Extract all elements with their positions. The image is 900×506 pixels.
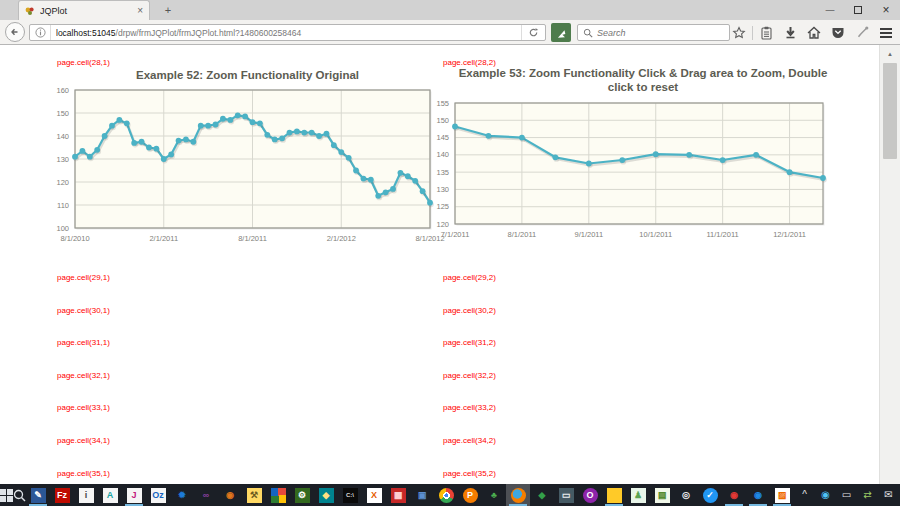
scroll-up-icon[interactable]: ▲ [880, 47, 900, 61]
app-filezilla[interactable]: Fz [50, 484, 74, 506]
svg-text:130: 130 [436, 185, 449, 194]
start-button[interactable] [0, 484, 13, 506]
tray-notification-icon[interactable]: ✉ [878, 484, 899, 506]
tray-display-icon[interactable]: ▭ [836, 484, 857, 506]
page-cell-link[interactable]: page.cell(33,2) [443, 403, 496, 412]
app-blue-star[interactable]: ✹ [170, 484, 194, 506]
app-blue-cube[interactable]: ▣ [410, 484, 434, 506]
app-photo[interactable]: ▨ [770, 484, 794, 506]
page-cell-link[interactable]: page.cell(34,1) [57, 436, 110, 445]
app-orange-dial[interactable]: ◉ [218, 484, 242, 506]
bookmarks-menu-button[interactable] [754, 22, 778, 43]
tray-expand-icon[interactable]: ^ [794, 484, 815, 506]
app-pc-tools[interactable]: ⚙ [290, 484, 314, 506]
app-teal-diamond[interactable]: ◆ [314, 484, 338, 506]
app-j[interactable]: J [122, 484, 146, 506]
app-cmd[interactable]: C:\ [338, 484, 362, 506]
page-cell-link[interactable]: page.cell(29,2) [443, 273, 496, 282]
extension-tool-button[interactable] [850, 22, 874, 43]
app-plant[interactable]: ♣ [482, 484, 506, 506]
app-users[interactable]: ♟ [626, 484, 650, 506]
app-i[interactable]: i [74, 484, 98, 506]
app-x[interactable]: X [362, 484, 386, 506]
maximize-button[interactable] [844, 0, 872, 20]
app-firefox[interactable] [506, 484, 530, 506]
svg-text:140: 140 [436, 150, 449, 159]
url-text[interactable]: localhost:51045/drpw/frmJQPlot/frmJQPlot… [56, 28, 521, 38]
minimize-button[interactable]: — [816, 0, 844, 20]
app-p-orange[interactable]: P [458, 484, 482, 506]
chart-example-53[interactable]: 1201251301351401451501557/1/20118/1/2011… [435, 85, 845, 250]
app-tools[interactable]: ⚒ [242, 484, 266, 506]
site-info-button[interactable] [34, 25, 51, 40]
app-shield[interactable]: ✓ [698, 484, 722, 506]
app-record-red[interactable]: ◉ [722, 484, 746, 506]
app-visual-studio[interactable]: ∞ [194, 484, 218, 506]
taskbar-search-button[interactable] [13, 484, 26, 506]
bookmark-star-button[interactable] [727, 22, 751, 43]
url-host: localhost:51045 [56, 28, 116, 38]
app-target[interactable]: ◎ [674, 484, 698, 506]
app-a[interactable]: A [98, 484, 122, 506]
pocket-button[interactable] [826, 22, 850, 43]
app-green-diamond[interactable]: ◆ [530, 484, 554, 506]
page-cell-link[interactable]: page.cell(32,2) [443, 371, 496, 380]
page-cell-link[interactable]: page.cell(35,2) [443, 469, 496, 478]
page-cell-link[interactable]: page.cell(35,1) [57, 469, 110, 478]
page-cell-link[interactable]: page.cell(30,2) [443, 306, 496, 315]
app-explorer-icon [607, 488, 622, 503]
page-cell-link[interactable]: page.cell(33,1) [57, 403, 110, 412]
browser-tab[interactable]: JQPlot × [18, 0, 150, 20]
close-button[interactable]: × [872, 0, 900, 20]
menu-button[interactable] [874, 22, 898, 43]
new-tab-button[interactable]: + [158, 3, 178, 19]
page-cell-link[interactable]: page.cell(30,1) [57, 306, 110, 315]
reload-icon [528, 27, 539, 38]
hamburger-menu-icon [879, 27, 893, 39]
scrollbar-thumb[interactable] [883, 63, 897, 159]
tab-close-icon[interactable]: × [137, 5, 143, 16]
page-cell-link[interactable]: page.cell(34,2) [443, 436, 496, 445]
app-record-blue[interactable]: ◉ [746, 484, 770, 506]
app-blue-star-icon: ✹ [175, 488, 190, 503]
app-chrome-icon [439, 488, 454, 503]
page-cell-link[interactable]: page.cell(31,2) [443, 338, 496, 347]
toolbar-icons [727, 22, 898, 43]
tray-app-icon[interactable]: ◉ [815, 484, 836, 506]
reload-button[interactable] [521, 25, 541, 40]
search-input[interactable] [597, 28, 707, 38]
downloads-button[interactable] [778, 22, 802, 43]
vertical-scrollbar[interactable]: ▲ [879, 45, 900, 484]
app-editor-blue[interactable]: ✎ [26, 484, 50, 506]
search-bar[interactable] [577, 24, 730, 41]
home-button[interactable] [802, 22, 826, 43]
app-target-icon: ◎ [679, 488, 694, 503]
app-record-blue-icon: ◉ [751, 488, 766, 503]
screenshot-extension-button[interactable] [551, 23, 571, 42]
app-chrome[interactable] [434, 484, 458, 506]
app-shield-icon: ✓ [703, 488, 718, 503]
url-bar[interactable]: localhost:51045/drpw/frmJQPlot/frmJQPlot… [29, 24, 546, 41]
page-cell-link[interactable]: page.cell(28,1) [57, 58, 110, 67]
svg-text:12/1/2011: 12/1/2011 [773, 230, 806, 239]
app-x-icon: X [367, 488, 382, 503]
app-red-register[interactable]: ▦ [386, 484, 410, 506]
tray-app-icon: ◉ [818, 488, 833, 503]
app-outlook[interactable]: Oz [146, 484, 170, 506]
page-cell-link[interactable]: page.cell(32,1) [57, 371, 110, 380]
page-cell-link[interactable]: page.cell(31,1) [57, 338, 110, 347]
tray-network-icon[interactable]: ⇄ [857, 484, 878, 506]
svg-text:160: 160 [56, 86, 69, 95]
app-o-purple[interactable]: O [578, 484, 602, 506]
app-notepad[interactable]: ▤ [650, 484, 674, 506]
search-icon [583, 28, 593, 38]
app-explorer[interactable] [602, 484, 626, 506]
back-button[interactable] [5, 22, 25, 42]
page-cell-link[interactable]: page.cell(29,1) [57, 273, 110, 282]
svg-text:150: 150 [56, 109, 69, 118]
app-window[interactable]: ▭ [554, 484, 578, 506]
chart-example-52[interactable]: 1001101201301401501608/1/20102/1/20118/1… [40, 85, 465, 250]
app-color-grid[interactable] [266, 484, 290, 506]
app-outlook-icon: Oz [151, 488, 166, 503]
home-icon [807, 26, 821, 39]
